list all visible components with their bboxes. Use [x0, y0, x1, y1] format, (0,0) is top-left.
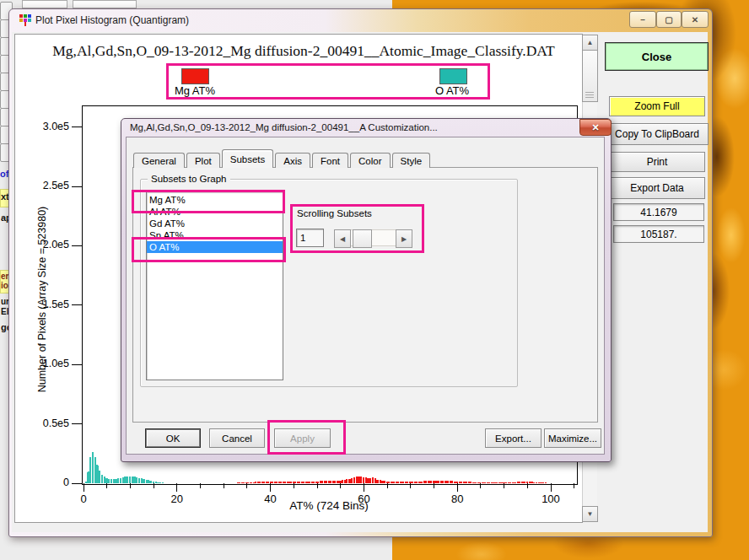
- maximize-button[interactable]: ▢: [656, 11, 682, 28]
- background-text-fragment: of: [0, 169, 8, 179]
- list-item-o[interactable]: O AT%: [147, 241, 283, 253]
- close-window-button[interactable]: ✕: [682, 11, 709, 28]
- scrollbar-up-button[interactable]: ▲: [582, 35, 598, 51]
- app-icon: [19, 13, 32, 27]
- legend-label-o: O AT%: [426, 84, 478, 97]
- minimize-button[interactable]: –: [629, 11, 656, 28]
- window-title: Plot Pixel Histogram (Quantigram): [35, 14, 189, 26]
- screen: of xt ap erf ior urf El go Plot Pixel Hi…: [0, 0, 749, 560]
- export-button[interactable]: Export...: [485, 428, 542, 448]
- arrow-up-icon: ▲: [587, 39, 594, 46]
- close-plot-button[interactable]: Close: [605, 42, 709, 71]
- legend-swatch-o: [439, 68, 467, 84]
- minimize-icon: –: [640, 15, 645, 24]
- list-item-mg[interactable]: Mg AT%: [147, 194, 283, 206]
- arrow-right-icon: ▶: [401, 235, 407, 243]
- plot-title: Mg,Al,Gd,Sn,O_09-13-2012_Mg diffusion-2_…: [34, 42, 574, 60]
- background-box: [22, 0, 67, 8]
- coordinate-readout-y: 105187.: [613, 225, 704, 243]
- x-axis-title: AT% (724 Bins): [82, 499, 576, 512]
- dialog-close-icon: ✕: [591, 122, 599, 133]
- subsets-groupbox-label: Subsets to Graph: [148, 174, 230, 184]
- subsets-listbox[interactable]: Mg AT% Al AT% Gd AT% Sn AT% O AT%: [146, 191, 283, 380]
- subset-scroll-right-button[interactable]: ▶: [396, 229, 412, 248]
- list-item-al[interactable]: Al AT%: [147, 206, 283, 218]
- subset-scroll-left-button[interactable]: ◀: [334, 229, 351, 248]
- main-titlebar[interactable]: Plot Pixel Histogram (Quantigram): [8, 8, 711, 32]
- apply-button[interactable]: Apply: [274, 428, 331, 448]
- scrollbar-thumb[interactable]: [582, 50, 598, 102]
- arrow-down-icon: ▼: [587, 510, 594, 518]
- maximize-icon: ▢: [665, 15, 672, 24]
- legend-swatch-mg: [181, 68, 209, 84]
- scrollbar-down-button[interactable]: ▼: [582, 506, 598, 522]
- tab-color[interactable]: Color: [350, 153, 390, 168]
- coordinate-readout-x: 41.1679: [613, 203, 704, 221]
- tab-style[interactable]: Style: [392, 153, 431, 168]
- dialog-title: Mg,Al,Gd,Sn,O_09-13-2012_Mg diffusion-2_…: [130, 122, 568, 132]
- list-item-gd[interactable]: Gd AT%: [147, 218, 283, 229]
- thumb-grip-icon: [585, 92, 594, 98]
- dialog-close-button[interactable]: ✕: [579, 119, 612, 136]
- tab-subsets[interactable]: Subsets: [222, 149, 274, 168]
- copy-to-clipboard-button[interactable]: Copy To ClipBoard: [606, 123, 709, 145]
- cancel-button[interactable]: Cancel: [209, 428, 265, 448]
- dialog-tabs: General Plot Subsets Axis Font Color Sty…: [133, 149, 432, 168]
- tab-general[interactable]: General: [133, 153, 185, 168]
- zoom-full-button[interactable]: Zoom Full: [609, 96, 705, 116]
- maximize-dialog-button[interactable]: Maximize...: [544, 428, 601, 448]
- subset-scrollbar-thumb[interactable]: [353, 229, 372, 248]
- export-data-button[interactable]: Export Data: [609, 177, 705, 199]
- tab-axis[interactable]: Axis: [275, 153, 310, 168]
- arrow-left-icon: ◀: [340, 235, 345, 243]
- print-button[interactable]: Print: [609, 152, 705, 172]
- tab-font[interactable]: Font: [312, 153, 348, 168]
- ok-button[interactable]: OK: [145, 428, 201, 448]
- y-axis-title: Number of Pixels (Array Size = 523980): [25, 110, 42, 498]
- scrolling-subsets-label: Scrolling Subsets: [297, 208, 372, 218]
- scrolling-subsets-value[interactable]: 1: [296, 229, 324, 247]
- tab-plot[interactable]: Plot: [186, 153, 220, 168]
- list-item-sn[interactable]: Sn AT%: [147, 229, 283, 241]
- legend-label-mg: Mg AT%: [169, 84, 221, 97]
- background-box: [73, 0, 137, 8]
- close-icon: ✕: [692, 15, 698, 24]
